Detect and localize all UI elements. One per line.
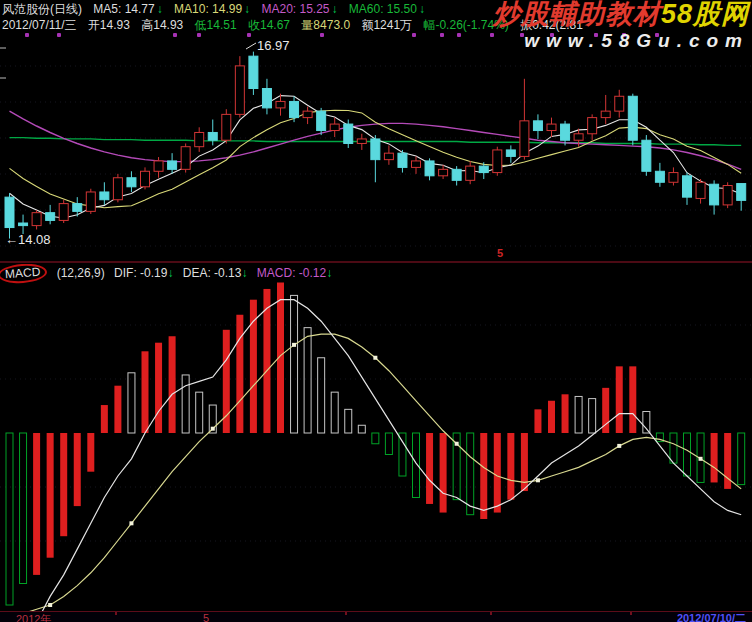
- down-arrow-icon: ↓: [157, 2, 163, 16]
- down-arrow-icon: ↓: [244, 2, 250, 16]
- axis-year-label: 2012年: [16, 612, 51, 622]
- axis-tick: [345, 612, 347, 615]
- ma5-value: MA5: 14.77: [93, 2, 154, 16]
- cursor-date: 2012/07/11/三: [2, 18, 77, 32]
- macd-name-circled: MACD: [0, 262, 48, 284]
- axis-tick: [630, 612, 632, 615]
- axis-month-label: 5: [203, 612, 209, 622]
- watermark-brand: 炒股輔助教材58股网: [493, 0, 749, 29]
- indicator-header-macd: MACD (12,26,9) DIF: -0.19↓ DEA: -0.13↓ M…: [3, 264, 338, 283]
- down-arrow-icon: ↓: [326, 266, 332, 280]
- stock-app-window: 风范股份(日线) MA5: 14.77↓ MA10: 14.99↓ MA20: …: [0, 0, 752, 622]
- ma10-value: MA10: 14.99: [174, 2, 242, 16]
- down-arrow-icon: ↓: [332, 2, 338, 16]
- axis-marker: 5: [497, 247, 503, 259]
- watermark-url: www.58Gu.com: [493, 29, 749, 53]
- watermark: 炒股輔助教材58股网 www.58Gu.com: [493, 0, 749, 53]
- amount-value: 额1241万: [361, 18, 412, 32]
- macd-params: (12,26,9): [57, 266, 105, 280]
- peak-price-label: 16.97: [257, 38, 290, 53]
- ma20-value: MA20: 15.25: [261, 2, 329, 16]
- dif-value: DIF: -0.19: [114, 266, 167, 280]
- close-value: 收14.67: [248, 18, 290, 32]
- macd-value: MACD: -0.12: [257, 266, 326, 280]
- panel-divider: [0, 261, 752, 263]
- dea-value: DEA: -0.13: [183, 266, 242, 280]
- watermark-brand-red: 炒股輔助教材: [493, 0, 661, 29]
- high-value: 高14.93: [141, 18, 183, 32]
- axis-current-date: 2012/07/10/二: [677, 611, 746, 622]
- low-value: 低14.51: [195, 18, 237, 32]
- down-arrow-icon: ↓: [241, 266, 247, 280]
- time-axis[interactable]: 2012年 5 2012/07/10/二: [0, 611, 752, 622]
- open-value: 开14.93: [88, 18, 130, 32]
- ma60-value: MA60: 15.50: [349, 2, 417, 16]
- axis-tick: [490, 612, 492, 615]
- indicator-header-price: 风范股份(日线) MA5: 14.77↓ MA10: 14.99↓ MA20: …: [2, 1, 433, 18]
- axis-tick: [115, 612, 117, 615]
- down-arrow-icon: ↓: [419, 2, 425, 16]
- volume-value: 量8473.0: [301, 18, 350, 32]
- low-price-label: ←14.08: [5, 232, 51, 247]
- stock-title: 风范股份(日线): [2, 2, 82, 16]
- price-candlestick-chart[interactable]: [0, 36, 752, 262]
- macd-histogram-chart[interactable]: [0, 282, 752, 611]
- down-arrow-icon: ↓: [167, 266, 173, 280]
- watermark-brand-yellow: 58股网: [661, 0, 749, 29]
